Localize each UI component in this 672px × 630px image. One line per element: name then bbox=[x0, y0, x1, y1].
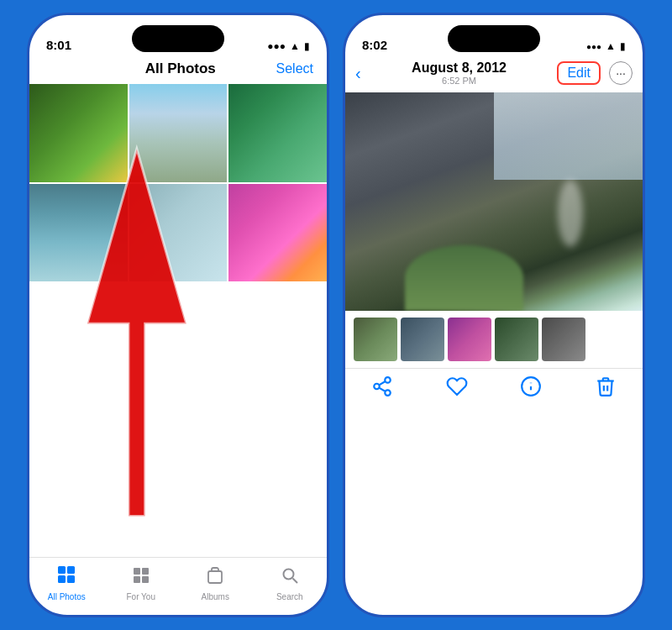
tab-all-photos[interactable]: All Photos bbox=[41, 564, 92, 601]
green-plants bbox=[405, 245, 524, 311]
thumbnail-strip bbox=[345, 311, 643, 368]
thumbnail-3[interactable] bbox=[448, 318, 491, 361]
sky-area bbox=[494, 92, 643, 180]
dynamic-island-left bbox=[132, 25, 224, 52]
select-button[interactable]: Select bbox=[276, 61, 313, 76]
photo-cell-5[interactable] bbox=[129, 184, 228, 282]
tab-label-search: Search bbox=[276, 592, 303, 601]
detail-nav-center: August 8, 2012 6:52 PM bbox=[412, 60, 507, 86]
tab-label-for-you: For You bbox=[127, 592, 155, 601]
photo-cell-3[interactable] bbox=[228, 84, 327, 182]
photo-cell-4[interactable] bbox=[29, 184, 128, 282]
more-button[interactable]: ··· bbox=[609, 61, 633, 85]
trash-button[interactable] bbox=[595, 375, 617, 402]
photo-grid bbox=[29, 84, 327, 281]
tab-albums[interactable]: Albums bbox=[190, 565, 240, 601]
svg-rect-9 bbox=[134, 576, 140, 583]
left-phone: 8:01 ●●● ▲ ▮ All Photos Select bbox=[27, 13, 329, 617]
all-photos-icon bbox=[56, 564, 76, 590]
waterfall-element bbox=[558, 180, 583, 247]
right-phone: 8:02 ●●● ▲ ▮ ‹ August 8, 2012 6:52 PM Ed… bbox=[343, 13, 645, 617]
svg-rect-11 bbox=[208, 571, 222, 583]
edit-button[interactable]: Edit bbox=[557, 61, 601, 85]
thumbnail-2[interactable] bbox=[401, 318, 444, 361]
for-you-icon bbox=[131, 565, 151, 590]
status-icons-left: ●●● ▲ ▮ bbox=[267, 40, 310, 52]
edit-more-group: Edit ··· bbox=[557, 61, 633, 85]
search-icon bbox=[280, 565, 300, 590]
tab-label-albums: Albums bbox=[202, 592, 229, 601]
albums-icon bbox=[205, 565, 225, 590]
photo-cell-2[interactable] bbox=[129, 84, 228, 182]
svg-rect-8 bbox=[142, 568, 149, 575]
share-button[interactable] bbox=[371, 375, 393, 402]
heart-button[interactable] bbox=[446, 375, 468, 402]
info-button[interactable] bbox=[520, 375, 542, 402]
nav-bar-left: All Photos Select bbox=[29, 57, 327, 84]
signal-icon: ●●● bbox=[267, 40, 286, 52]
svg-rect-4 bbox=[67, 566, 75, 574]
tab-search[interactable]: Search bbox=[265, 565, 315, 601]
wifi-icon-right: ▲ bbox=[606, 40, 616, 52]
status-time-left: 8:01 bbox=[46, 38, 71, 52]
main-photo[interactable] bbox=[345, 92, 643, 311]
thumbnail-5[interactable] bbox=[542, 318, 585, 361]
status-time-right: 8:02 bbox=[362, 38, 387, 52]
svg-rect-5 bbox=[58, 575, 66, 583]
dynamic-island-right bbox=[448, 25, 540, 52]
thumbnail-1[interactable] bbox=[354, 318, 397, 361]
photo-cell-1[interactable] bbox=[29, 84, 128, 182]
svg-rect-3 bbox=[58, 566, 66, 574]
more-dots-icon: ··· bbox=[616, 66, 626, 80]
svg-point-12 bbox=[283, 569, 293, 579]
thumbnail-4[interactable] bbox=[495, 318, 538, 361]
photo-time: 6:52 PM bbox=[412, 76, 507, 86]
wifi-icon: ▲ bbox=[290, 40, 300, 52]
battery-icon-right: ▮ bbox=[620, 40, 626, 52]
svg-rect-7 bbox=[134, 568, 140, 575]
signal-dots-icon: ●●● bbox=[586, 42, 601, 51]
svg-rect-10 bbox=[142, 576, 149, 583]
detail-nav-bar: ‹ August 8, 2012 6:52 PM Edit ··· bbox=[345, 57, 643, 92]
battery-icon: ▮ bbox=[304, 40, 310, 52]
svg-line-13 bbox=[292, 578, 297, 583]
page-title-left: All Photos bbox=[145, 60, 216, 77]
svg-rect-6 bbox=[67, 575, 75, 583]
photo-date: August 8, 2012 bbox=[412, 60, 507, 76]
tab-bar: All Photos For You Albums bbox=[29, 557, 327, 615]
tab-label-all-photos: All Photos bbox=[48, 592, 86, 601]
status-icons-right: ●●● ▲ ▮ bbox=[586, 40, 626, 52]
photo-cell-6[interactable] bbox=[228, 184, 327, 282]
back-button[interactable]: ‹ bbox=[355, 64, 361, 83]
tab-for-you[interactable]: For You bbox=[116, 565, 166, 601]
detail-action-bar bbox=[345, 368, 643, 416]
